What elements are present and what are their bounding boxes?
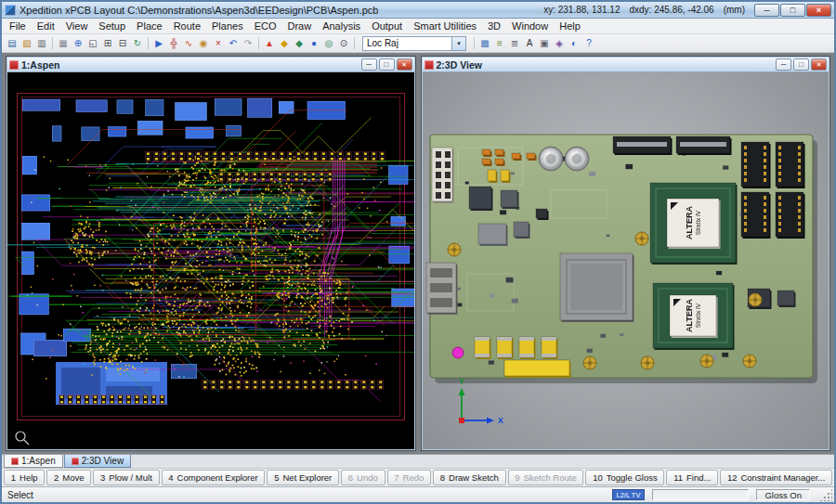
function-key-label: Draw Sketch: [449, 472, 499, 483]
function-key-button[interactable]: 8 Draw Sketch: [433, 470, 506, 485]
probe-icon[interactable]: ⊙: [336, 36, 351, 51]
pcb-2d-window: 1:Aspen ─ □ ×: [6, 56, 416, 451]
route-icon[interactable]: ∿: [181, 36, 196, 51]
pcb-3d-canvas[interactable]: [423, 72, 829, 449]
menu-item[interactable]: File: [4, 20, 32, 32]
camera-icon[interactable]: ▣: [537, 36, 552, 51]
fit-view-icon[interactable]: ◱: [85, 36, 100, 51]
function-key-button[interactable]: 12 Constraint Manager...: [720, 470, 832, 485]
function-key-button[interactable]: 10 Toggle Gloss: [585, 470, 664, 485]
delete-icon[interactable]: ×: [211, 36, 226, 51]
menu-item[interactable]: Place: [131, 20, 168, 32]
document-tab[interactable]: 1:Aspen: [4, 455, 63, 468]
plane-icon[interactable]: ◆: [292, 36, 307, 51]
net-icon[interactable]: ●: [307, 36, 321, 51]
function-key-button[interactable]: 3 Plow / Mult: [93, 470, 159, 485]
function-key-label: Find...: [686, 472, 711, 483]
pcb-3d-title: 2:3D View: [437, 59, 482, 71]
function-key-button[interactable]: 11 Find...: [666, 470, 718, 485]
minimize-button[interactable]: ─: [754, 4, 779, 17]
main-toolbar: ▤▧▥ ▦⊕◱⊞⊟↻ ▶╬∿◉×↶↷ ▲◆◆●◎⊙ Loc Raj ▼ ▩≡≣A…: [2, 34, 834, 53]
pcb-2d-canvas[interactable]: [7, 72, 414, 449]
menu-item[interactable]: Window: [506, 20, 554, 32]
drc-icon[interactable]: ◆: [277, 36, 292, 51]
redraw-icon[interactable]: ↻: [130, 36, 145, 51]
print-icon[interactable]: ▥: [34, 36, 49, 51]
world-icon[interactable]: ◐: [567, 36, 581, 51]
pane-close-button[interactable]: ×: [397, 58, 412, 71]
function-key-label: Sketch Route: [524, 472, 577, 483]
menu-item[interactable]: Planes: [206, 20, 249, 32]
gloss-indicator[interactable]: Gloss On: [756, 489, 810, 500]
menu-item[interactable]: Route: [168, 20, 206, 32]
menu-item[interactable]: Output: [366, 20, 408, 32]
hazards-icon[interactable]: ▲: [262, 36, 277, 51]
pane-minimize-button[interactable]: ─: [361, 58, 377, 71]
menu-item[interactable]: Smart Utilities: [408, 20, 482, 32]
function-key-number: 8: [440, 472, 445, 483]
function-key-number: 5: [274, 472, 279, 483]
menu-item[interactable]: Analysis: [317, 20, 366, 32]
menu-item[interactable]: Draw: [281, 20, 317, 32]
function-key-label: Toggle Gloss: [607, 472, 658, 483]
function-key-number: 12: [727, 472, 738, 483]
function-key-button[interactable]: 4 Component Explorer: [162, 470, 266, 485]
maximize-button[interactable]: □: [780, 4, 805, 17]
view-3d-icon[interactable]: ◈: [552, 36, 567, 51]
redo-icon[interactable]: ↷: [241, 36, 255, 51]
zoom-in-icon[interactable]: ⊞: [100, 36, 115, 51]
menu-item[interactable]: Edit: [32, 20, 60, 32]
function-key-label: Undo: [357, 472, 378, 483]
function-key-button[interactable]: 7 Redo: [387, 470, 431, 485]
function-key-button[interactable]: 5 Net Explorer: [267, 470, 339, 485]
pane-minimize-button[interactable]: ─: [776, 58, 791, 71]
menu-item[interactable]: 3D: [482, 20, 506, 32]
coord-units: (mm): [724, 5, 745, 15]
scheme-dropdown[interactable]: Loc Raj ▼: [362, 36, 466, 51]
menu-item[interactable]: Help: [554, 20, 586, 32]
pcb-3d-viewport: [423, 72, 829, 449]
open-icon[interactable]: ▧: [20, 36, 34, 51]
function-key-button[interactable]: 6 Undo: [341, 470, 385, 485]
pcb-3d-window: 2:3D View ─ □ ×: [421, 56, 831, 451]
zoom-out-icon[interactable]: ⊟: [115, 36, 130, 51]
document-tab[interactable]: 2:3D View: [64, 455, 131, 468]
toolbar-separator: [148, 37, 149, 49]
display-control-icon[interactable]: ▩: [477, 36, 492, 51]
pane-close-button[interactable]: ×: [811, 58, 827, 71]
function-key-button[interactable]: 2 Move: [46, 470, 91, 485]
measure-icon[interactable]: ≣: [507, 36, 522, 51]
via-icon[interactable]: ◉: [196, 36, 211, 51]
coord-xy: xy: 231.88, 131.12: [543, 5, 620, 15]
select-cursor-icon[interactable]: ▶: [151, 36, 166, 51]
pane-restore-button[interactable]: □: [379, 58, 395, 71]
scheme-dropdown-value: Loc Raj: [363, 38, 451, 48]
function-key-button[interactable]: 1 Help: [4, 470, 45, 485]
application-window: Xpedition xPCB Layout C:\Demonstrations\…: [0, 0, 836, 504]
function-key-number: 10: [593, 472, 603, 483]
chevron-down-icon[interactable]: ▼: [451, 37, 465, 50]
text-icon[interactable]: A: [522, 36, 537, 51]
undo-icon[interactable]: ↶: [226, 36, 241, 51]
origin-icon[interactable]: ⊕: [71, 36, 85, 51]
pane-restore-button[interactable]: □: [793, 58, 809, 71]
close-button[interactable]: ×: [806, 4, 831, 17]
function-key-number: 11: [673, 472, 683, 483]
menu-item[interactable]: Setup: [93, 20, 131, 32]
layer-indicator[interactable]: L2/L TV: [612, 489, 646, 500]
app-icon: [5, 5, 16, 16]
status-bar: Select L2/L TV Gloss On: [2, 486, 834, 502]
function-key-button[interactable]: 9 Sketch Route: [508, 470, 584, 485]
pcb-2d-titlebar[interactable]: 1:Aspen ─ □ ×: [7, 58, 414, 72]
save-icon[interactable]: ▤: [5, 36, 20, 51]
eye-icon[interactable]: ◎: [321, 36, 336, 51]
move-icon[interactable]: ╬: [166, 36, 181, 51]
menu-item[interactable]: ECO: [249, 20, 282, 32]
title-bar[interactable]: Xpedition xPCB Layout C:\Demonstrations\…: [2, 2, 834, 19]
help-icon[interactable]: ?: [581, 36, 596, 51]
layers-icon[interactable]: ≡: [492, 36, 507, 51]
pcb-3d-titlebar[interactable]: 2:3D View ─ □ ×: [423, 58, 829, 72]
resize-grip[interactable]: [819, 488, 832, 501]
menu-item[interactable]: View: [60, 20, 94, 32]
grid-icon[interactable]: ▦: [56, 36, 71, 51]
